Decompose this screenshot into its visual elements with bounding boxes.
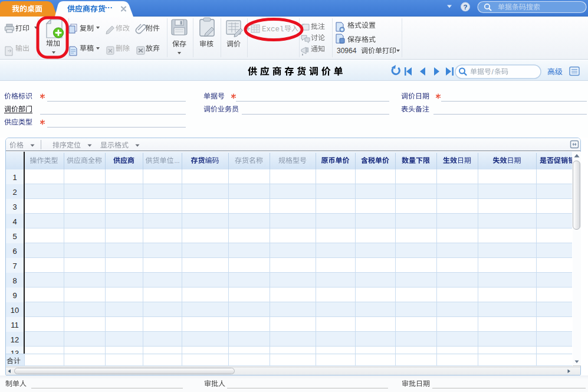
svg-text:7: 7 <box>12 262 17 270</box>
svg-text:···: ··· <box>105 3 113 12</box>
svg-text:3: 3 <box>12 202 17 211</box>
svg-text:9: 9 <box>12 291 17 300</box>
svg-text:1: 1 <box>12 173 17 182</box>
svg-text:5: 5 <box>12 232 17 241</box>
svg-text:...: ... <box>175 157 180 164</box>
svg-text:30964: 30964 <box>337 47 357 55</box>
svg-text:2: 2 <box>12 188 17 197</box>
svg-text:?: ? <box>463 4 467 11</box>
svg-text:10: 10 <box>11 306 19 315</box>
svg-text:6: 6 <box>12 247 17 256</box>
svg-text:11: 11 <box>11 321 19 329</box>
svg-text:8: 8 <box>12 276 17 285</box>
svg-text:13: 13 <box>11 349 19 358</box>
svg-text:12: 12 <box>11 335 19 344</box>
svg-text:4: 4 <box>12 217 17 226</box>
svg-text:Excel: Excel <box>262 25 284 34</box>
